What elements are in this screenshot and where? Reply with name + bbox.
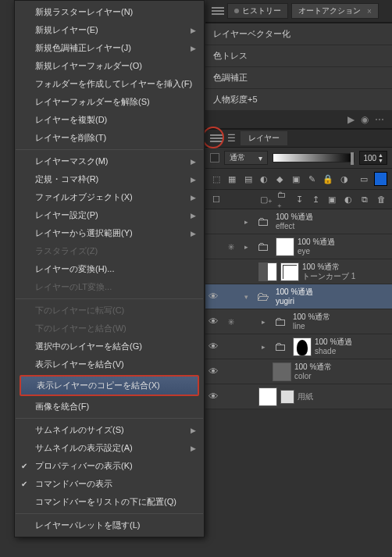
menu-item[interactable]: ファイルオブジェクト(X)▶ (15, 188, 204, 206)
layer-row[interactable]: 👁 用紙 (205, 384, 392, 409)
menu-item[interactable]: サムネイルの表示設定(A)▶ (15, 439, 204, 457)
paper-mask-icon (280, 390, 294, 404)
menu-item[interactable]: 選択中のレイヤーを結合(G) (15, 337, 204, 355)
menu-item[interactable]: レイヤーを削除(T) (15, 129, 204, 147)
opacity-value[interactable]: 100▲▼ (359, 151, 387, 165)
clip-icon[interactable]: ▦ (226, 173, 237, 185)
menu-item[interactable]: 新規ラスターレイヤー(N) (15, 3, 204, 21)
tab-autoaction[interactable]: オートアクション× (291, 3, 379, 19)
menu-item[interactable]: レイヤーマスク(M)▶ (15, 152, 204, 170)
menu-item[interactable]: 新規レイヤー(E)▶ (15, 21, 204, 39)
expand-icon[interactable]: ▸ (258, 343, 268, 351)
tab-history[interactable]: ヒストリー (227, 3, 288, 19)
lighthouse-icon[interactable]: ⛯ (224, 317, 238, 327)
move-down-icon[interactable]: ↧ (293, 193, 305, 205)
checkbox[interactable] (210, 153, 219, 162)
submenu-arrow-icon: ▶ (191, 194, 196, 202)
layer-tools-row2: ⬚ ▦ ▤ ◐ ◆ ▣ ✎ 🔒 ◑ ▭ (205, 169, 392, 190)
submenu-arrow-icon: ▶ (191, 230, 196, 237)
visibility-icon[interactable]: 👁 (205, 316, 221, 327)
blend-mode-select[interactable]: 通常▾ (224, 151, 268, 165)
action-row[interactable]: 色トレス (205, 45, 392, 67)
expand-icon[interactable]: ▸ (241, 218, 251, 226)
opacity-slider[interactable] (273, 153, 355, 162)
clip-below-icon[interactable]: ▣ (290, 173, 301, 185)
layer-color-swatch[interactable] (374, 172, 387, 186)
menu-item[interactable]: 定規・コマ枠(R)▶ (15, 170, 204, 188)
highlight-circle (202, 127, 224, 148)
record-icon[interactable]: ◉ (361, 114, 369, 125)
visibility-icon[interactable]: 👁 (205, 291, 221, 302)
new-layer-icon[interactable]: ▢₊ (260, 193, 273, 205)
menu-item-checked[interactable]: ✔コマンドバーの表示 (15, 475, 204, 493)
submenu-arrow-icon: ▶ (191, 27, 196, 34)
layer-thumb (258, 387, 277, 406)
menu-item[interactable]: レイヤーから選択範囲(Y)▶ (15, 224, 204, 242)
menu-item[interactable]: レイヤーの変換(H)... (15, 260, 204, 278)
curve-thumb (280, 262, 299, 281)
expand-icon[interactable]: ▸ (241, 243, 251, 251)
duplicate-icon[interactable]: ⧉ (358, 193, 371, 205)
more-icon[interactable]: ⋯ (375, 114, 384, 125)
menu-item[interactable]: レイヤー設定(P)▶ (15, 206, 204, 224)
collapse-icon[interactable]: ▾ (241, 293, 251, 301)
visibility-icon[interactable]: 👁 (205, 391, 221, 402)
move-up-icon[interactable]: ↥ (309, 193, 322, 205)
layer-thumb (258, 262, 277, 281)
menu-separator (16, 418, 203, 419)
layer-tools-row1: 通常▾ 100▲▼ (205, 148, 392, 169)
expand-icon[interactable]: ▸ (258, 318, 268, 326)
play-icon[interactable]: ▶ (347, 114, 355, 125)
action-row[interactable]: 色調補正 (205, 67, 392, 89)
menu-item-disabled: ラスタライズ(Z) (15, 242, 204, 260)
mask-icon[interactable]: ◐ (258, 173, 269, 185)
mask-new-icon[interactable]: ◐ (342, 193, 355, 205)
folder-open-icon: 🗁 (254, 287, 273, 306)
menu-item[interactable]: フォルダーを作成してレイヤーを挿入(F) (15, 75, 204, 93)
layer-thumb (293, 337, 312, 356)
menu-item-highlighted[interactable]: 表示レイヤーのコピーを結合(X) (20, 375, 199, 396)
layer-row[interactable]: ⛯ ▸ 🗀 100 %通過eye (205, 234, 392, 259)
lock-icon[interactable]: 🔒 (322, 173, 334, 185)
menu-item-disabled: レイヤーのLT変換... (15, 278, 204, 296)
tab-layers[interactable]: レイヤー (241, 131, 287, 145)
visibility-icon[interactable]: 👁 (205, 366, 221, 377)
menu-item[interactable]: レイヤーフォルダーを解除(S) (15, 93, 204, 111)
layer-row[interactable]: 👁 ▸ 🗀 100 %通過shade (205, 334, 392, 359)
menu-item-checked[interactable]: ✔プロパティバーの表示(K) (15, 457, 204, 475)
layer-row-selected[interactable]: 👁 ▾ 🗁 100 %通過yugiri (205, 284, 392, 309)
merge-icon[interactable]: ▣ (326, 193, 338, 205)
ref-icon[interactable]: ◆ (274, 173, 286, 185)
new-folder-icon[interactable]: 🗀₊ (276, 193, 289, 205)
menu-item[interactable]: 新規レイヤーフォルダー(O) (15, 57, 204, 75)
menu-item[interactable]: 新規色調補正レイヤー(J)▶ (15, 39, 204, 57)
menu-item[interactable]: サムネイルのサイズ(S)▶ (15, 421, 204, 439)
checkbox-icon[interactable]: ☐ (210, 193, 223, 205)
menu-item[interactable]: レイヤーを複製(D) (15, 111, 204, 129)
submenu-arrow-icon: ▶ (191, 212, 196, 220)
alpha-lock-icon[interactable]: ▤ (242, 173, 254, 185)
draft-icon[interactable]: ✎ (305, 173, 317, 185)
visibility-icon[interactable]: 👁 (205, 341, 221, 352)
menu-icon[interactable] (212, 7, 224, 15)
menu-item[interactable]: 表示レイヤーを結合(V) (15, 355, 204, 373)
menu-item[interactable]: レイヤーパレットを隠す(L) (15, 516, 204, 534)
menu-item[interactable]: コマンドバーをリストの下に配置(Q) (15, 493, 204, 511)
action-row[interactable]: 人物彩度+5 (205, 89, 392, 111)
layer-row[interactable]: 100 %通常トーンカーブ 1 (205, 259, 392, 284)
check-icon: ✔ (21, 480, 27, 488)
lock-tool-icon[interactable]: ⬚ (210, 173, 222, 185)
layer-row[interactable]: 👁⛯ ▸ 🗀 100 %通常line (205, 309, 392, 334)
layer-row[interactable]: 👁 100 %通常color (205, 359, 392, 384)
menu-item[interactable]: 画像を統合(F) (15, 398, 204, 416)
trash-icon[interactable]: 🗑 (375, 193, 387, 205)
light-icon[interactable]: ◑ (338, 173, 350, 185)
action-row[interactable]: レイヤーベクター化 (205, 23, 392, 45)
auto-action-list: レイヤーベクター化 色トレス 色調補正 人物彩度+5 (205, 23, 392, 111)
layer-row[interactable]: ▸ 🗀 100 %通過effect (205, 209, 392, 234)
close-icon[interactable]: × (367, 7, 372, 16)
lighthouse-icon[interactable]: ⛯ (224, 242, 238, 252)
action-controls: ▶ ◉ ⋯ (205, 111, 392, 129)
menu-separator (16, 149, 203, 150)
palette-icon[interactable]: ▭ (358, 173, 369, 185)
